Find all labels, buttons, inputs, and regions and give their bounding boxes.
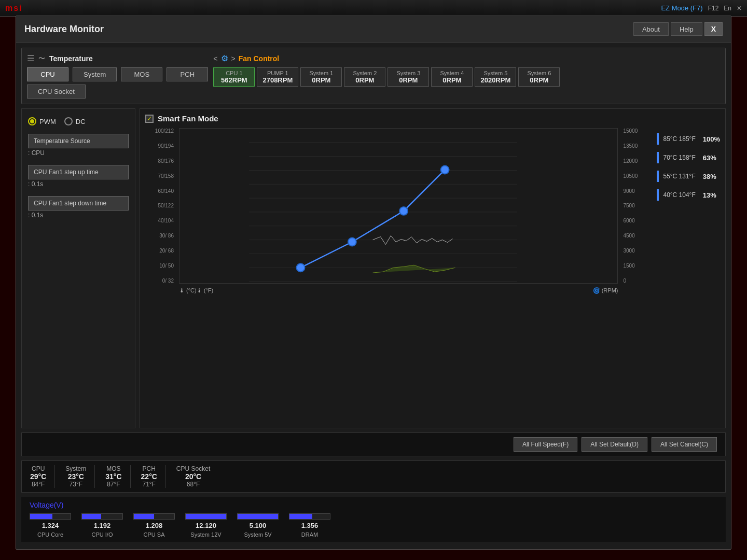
fan-badge-cpu1[interactable]: CPU 1 562RPM — [213, 67, 255, 87]
hardware-monitor-window: Hardware Monitor About Help X ☰ 〜 Temper… — [16, 16, 731, 550]
nav-arrow-left[interactable]: < — [213, 54, 217, 63]
y-axis-left: 100/212 90/194 80/176 70/158 60/140 50/1… — [145, 128, 174, 284]
legend-item-70c: 70°C 158°F 63% — [657, 152, 720, 163]
svg-point-13 — [399, 207, 408, 215]
chart-x-axis: 🌡 (°C) 🌡 (°F) 🌀 (RPM) — [179, 285, 618, 296]
topbar-f12: F12 — [708, 5, 719, 12]
fan-badge-system4[interactable]: System 4 0RPM — [431, 67, 473, 87]
legend-pct-63: 63% — [703, 154, 716, 162]
dram-bar — [289, 514, 312, 519]
pwm-radio-circle — [28, 117, 36, 125]
temp-icon: ☰ — [27, 53, 34, 63]
legend-item-55c: 55°C 131°F 38% — [657, 171, 720, 182]
chart-svg-container: 🌡 (°C) 🌡 (°F) 🌀 (RPM) — [179, 128, 618, 296]
ez-mode-label[interactable]: EZ Mode (F7) — [661, 4, 702, 12]
system-temp-button[interactable]: System — [73, 67, 117, 81]
cpu-temp-button[interactable]: CPU — [27, 67, 68, 81]
svg-point-12 — [348, 238, 356, 246]
y-axis-right: 15000 13500 12000 10500 9000 7500 6000 4… — [623, 128, 646, 284]
legend-pct-100: 100% — [703, 135, 720, 143]
fan-section: < ⚙ > Fan Control CPU 1 562RPM PUMP 1 27… — [213, 53, 720, 87]
pwm-label: PWM — [39, 118, 56, 125]
smart-fan-title: Smart Fan Mode — [158, 114, 218, 123]
fan-badge-system3[interactable]: System 3 0RPM — [388, 67, 429, 87]
mos-reading: MOS 31°C 87°F — [105, 465, 130, 488]
smart-fan-checkbox[interactable]: ✓ — [145, 115, 154, 123]
pwm-radio[interactable]: PWM — [28, 117, 56, 125]
cpu-sa-bar — [134, 514, 154, 519]
topbar-lang: En — [724, 5, 731, 12]
svg-point-11 — [297, 263, 305, 272]
voltage-cpu-core: 1.324 CPU Core — [30, 513, 71, 538]
legend-item-85c: 85°C 185°F 100% — [657, 133, 720, 145]
voltage-system-5v: 5.100 System 5V — [237, 513, 279, 538]
cpu-socket-reading: CPU Socket 20°C 68°F — [176, 465, 218, 488]
help-button[interactable]: Help — [671, 22, 702, 36]
msi-topbar: msi EZ Mode (F7) F12 En ✕ — [0, 0, 747, 17]
voltage-section-label: Voltage(V) — [30, 501, 717, 509]
smart-fan-header: ✓ Smart Fan Mode — [145, 114, 720, 123]
voltage-system-12v: 12.120 System 12V — [185, 513, 227, 538]
fan-step-down-control: CPU Fan1 step down time : 0.1s — [28, 196, 129, 219]
temp-source-control: Temperature Source : CPU — [28, 134, 129, 157]
legend-temp-40: 40°C 104°F — [663, 191, 695, 199]
top-panel: ☰ 〜 Temperature CPU System MOS PCH CPU S… — [21, 48, 726, 104]
fan-step-down-button[interactable]: CPU Fan1 step down time — [28, 196, 129, 211]
bottom-button-bar: All Full Speed(F) All Set Default(D) All… — [21, 432, 726, 456]
window-title: Hardware Monitor — [24, 24, 104, 35]
fan-badge-pump1[interactable]: PUMP 1 2708RPM — [257, 67, 298, 87]
fan-control-label: Fan Control — [239, 54, 280, 63]
content-area: ☰ 〜 Temperature CPU System MOS PCH CPU S… — [16, 43, 731, 547]
temp-buttons: CPU System MOS PCH — [27, 67, 208, 81]
dc-radio-circle — [64, 117, 73, 125]
cpu-core-bar — [30, 514, 52, 519]
temperature-section: ☰ 〜 Temperature CPU System MOS PCH CPU S… — [27, 53, 208, 99]
topbar-close[interactable]: ✕ — [737, 5, 742, 12]
cpu-socket-button[interactable]: CPU Socket — [27, 85, 86, 99]
fan-badge-system5[interactable]: System 5 2020RPM — [475, 67, 516, 87]
about-button[interactable]: About — [633, 22, 669, 36]
legend-temp-70: 70°C 158°F — [663, 154, 695, 161]
fan-curve-chart[interactable] — [179, 128, 618, 284]
fan-step-up-button[interactable]: CPU Fan1 step up time — [28, 165, 129, 179]
legend-item-40c: 40°C 104°F 13% — [657, 189, 720, 201]
dc-radio[interactable]: DC — [64, 117, 86, 125]
nav-arrow-right[interactable]: > — [231, 54, 236, 63]
all-set-cancel-button[interactable]: All Set Cancel(C) — [652, 437, 717, 452]
system-reading: System 23°C 73°F — [65, 465, 95, 488]
voltage-cpu-io: 1.192 CPU I/O — [81, 513, 123, 538]
title-buttons: About Help X — [633, 22, 723, 36]
all-full-speed-button[interactable]: All Full Speed(F) — [514, 437, 577, 452]
radio-group: PWM DC — [28, 117, 129, 125]
system-5v-bar — [238, 514, 278, 519]
pch-temp-button[interactable]: PCH — [167, 67, 208, 81]
temp-source-button[interactable]: Temperature Source — [28, 134, 129, 148]
window-titlebar: Hardware Monitor About Help X — [16, 16, 731, 43]
temp-wave-icon: 〜 — [38, 54, 45, 63]
mos-temp-button[interactable]: MOS — [121, 67, 162, 81]
rpm-label: 🌀 (RPM) — [593, 287, 618, 294]
dc-label: DC — [76, 118, 86, 125]
fan-icon: ⚙ — [221, 53, 228, 63]
voltage-cpu-sa: 1.208 CPU SA — [133, 513, 175, 538]
fan-badge-system2[interactable]: System 2 0RPM — [344, 67, 385, 87]
legend-bar — [657, 133, 659, 145]
pch-reading: PCH 22°C 71°F — [141, 465, 166, 488]
fan-step-down-value: : 0.1s — [28, 212, 129, 219]
legend-temp-85: 85°C 185°F — [663, 135, 695, 143]
legend-pct-38: 38% — [703, 173, 716, 180]
fan-badge-system1[interactable]: System 1 0RPM — [300, 67, 342, 87]
fan-badge-system6[interactable]: System 6 0RPM — [518, 67, 560, 87]
msi-logo: msi — [5, 4, 23, 13]
left-controls: PWM DC Temperature Source : CPU CPU Fan1… — [21, 108, 135, 428]
legend-bar-70 — [657, 152, 659, 163]
svg-point-14 — [441, 166, 449, 174]
temperature-label: Temperature — [49, 54, 93, 63]
main-panel: PWM DC Temperature Source : CPU CPU Fan1… — [21, 108, 726, 428]
close-button[interactable]: X — [704, 22, 723, 36]
all-set-default-button[interactable]: All Set Default(D) — [582, 437, 647, 452]
system-12v-bar — [186, 514, 226, 519]
fan-step-up-control: CPU Fan1 step up time : 0.1s — [28, 165, 129, 188]
legend-pct-13: 13% — [703, 191, 716, 199]
temp-celsius-label: 🌡 (°C) — [179, 287, 197, 294]
